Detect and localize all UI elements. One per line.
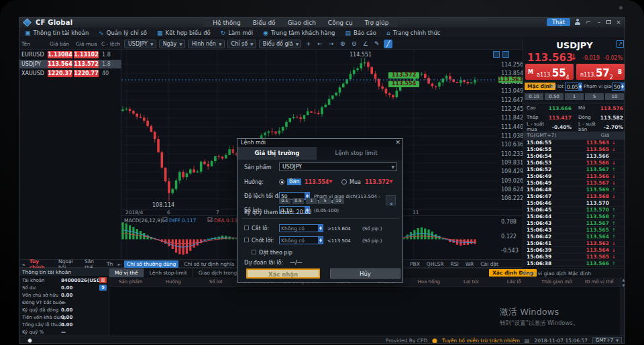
toolbar-item[interactable]: ▦Kết hợp biểu đồ xyxy=(157,30,211,36)
indicator-tab[interactable]: WR xyxy=(466,261,474,267)
lot-chip[interactable]: 0.50 xyxy=(545,93,564,100)
maximize-button[interactable] xyxy=(606,20,611,24)
lot-stepper[interactable]: 0.05 xyxy=(565,83,582,91)
take-profit-select[interactable]: Không có xyxy=(279,236,323,244)
watchlist-tab[interactable]: Th xyxy=(107,261,113,267)
menu-item[interactable]: Hệ thống xyxy=(213,19,240,26)
account-mode-badge[interactable]: Thật xyxy=(547,18,570,26)
user-icon[interactable] xyxy=(574,19,581,26)
timezone-select[interactable]: GMT+7▼ xyxy=(592,337,622,344)
pencil-draw-icon[interactable]: ✎ xyxy=(372,40,381,48)
positions-scrollbar[interactable]: ▲▼ xyxy=(621,277,625,336)
disclaimer-link[interactable]: Tuyên bố miễn trừ trách nhiệm xyxy=(442,338,520,344)
account-panel: Thông tin tài khoản Tài khoản84000026(US… xyxy=(19,268,109,336)
chart-dropdown[interactable]: Biểu đồ giá▼ xyxy=(259,40,302,48)
time-and-sales[interactable]: 15:06:55113.563↓15:06:55113.565↓15:06:54… xyxy=(523,140,625,267)
lot-chip[interactable]: 10 xyxy=(605,93,624,100)
popout-icon[interactable]: ⌐ xyxy=(585,18,592,26)
col-name: Tên xyxy=(21,41,30,47)
bid-cell[interactable]: 1.13084 xyxy=(48,51,72,58)
margin-hint: Ký quỹ tham khảo: 20.00 xyxy=(244,209,311,215)
price-down-arrow-icon: ↓ xyxy=(570,52,577,62)
zoom-in-icon[interactable]: ⊕ xyxy=(338,40,347,48)
dollar-icon[interactable]: $ xyxy=(99,285,107,291)
dialog-lot-chip[interactable]: 1 xyxy=(306,198,317,204)
menu-item[interactable]: Công cụ xyxy=(328,19,353,26)
lot-chip[interactable]: 0.10 xyxy=(525,93,543,100)
pane-layout-icon[interactable] xyxy=(493,51,500,58)
dialog-lot-chip[interactable]: 0.5 xyxy=(292,198,304,204)
positions-tab[interactable]: Mở vị thế xyxy=(109,268,144,277)
sell-button[interactable]: M a113.554 xyxy=(525,64,574,80)
take-profit-checkbox[interactable] xyxy=(244,238,249,242)
scroll-left-icon[interactable]: ◄ xyxy=(21,262,25,266)
buy-button[interactable]: n113.572 B xyxy=(576,64,625,80)
watchlist-row[interactable]: EURUSD1.130841.131021.8 xyxy=(19,50,121,59)
arrow-right-icon[interactable]: → xyxy=(327,40,335,48)
toolbar-item[interactable]: ∿Quản lý chỉ số xyxy=(99,30,147,36)
chevron-down-icon: ▼ xyxy=(219,40,222,48)
tick-time: 15:06:49 xyxy=(523,180,562,186)
stat-label: L - suất mua xyxy=(527,121,552,132)
watchlist-row[interactable]: USDJPY113.564113.5721.8 xyxy=(19,60,121,68)
minimize-button[interactable]: – xyxy=(596,18,602,26)
svg-text:108.114: 108.114 xyxy=(152,202,174,208)
stop-loss-checkbox[interactable] xyxy=(244,226,249,230)
menu-item[interactable]: Giao dịch xyxy=(288,19,316,26)
ask-cell[interactable]: 1.13102 xyxy=(74,51,99,58)
chart-dropdown[interactable]: Hình nền▼ xyxy=(188,40,225,48)
lot-chip[interactable]: 1 xyxy=(565,93,584,100)
toolbar-item[interactable]: ◉Trung tâm khách hàng xyxy=(263,30,335,36)
wallet-icon[interactable]: ▥ xyxy=(99,277,107,283)
toolbar-item[interactable]: ▣Thông tin tài khoản xyxy=(25,30,89,36)
collapse-button[interactable]: » xyxy=(386,195,396,205)
dialog-lot-chip[interactable]: 5 xyxy=(319,198,331,204)
symbol-select[interactable]: USDJPY▼ xyxy=(124,40,156,48)
tick-price: 113.565 xyxy=(562,146,609,152)
toolbar-item[interactable]: ⌂Trang chính thức xyxy=(386,30,441,36)
menu-item[interactable]: Trợ giúp xyxy=(365,19,389,26)
chart-dropdown[interactable]: Ngày▼ xyxy=(159,40,185,48)
indicator-tab[interactable]: PBX xyxy=(410,261,420,267)
arrow-left-icon[interactable]: ← xyxy=(315,40,324,48)
scroll-right-icon[interactable]: ► xyxy=(117,262,121,266)
range-stepper[interactable]: 50 xyxy=(612,83,625,91)
indicator-tab[interactable]: RSI xyxy=(451,261,459,267)
positions-table-body[interactable] xyxy=(109,287,621,336)
brush-icon[interactable]: ╱ xyxy=(384,40,392,48)
dialog-lot-chip[interactable]: 0.1 xyxy=(279,198,290,204)
ask-cell[interactable]: 1220.77 xyxy=(74,70,99,77)
toolbar-item[interactable]: ▤Báo cáo xyxy=(345,30,376,36)
confirm-button[interactable]: Xác nhận xyxy=(246,268,320,279)
watchlist-row[interactable]: XAUUSD1220.371220.7740 xyxy=(19,69,121,78)
dialog-tab[interactable]: Lệnh stop limit xyxy=(317,147,396,160)
angle-measure-icon[interactable]: ∠ xyxy=(361,40,370,48)
close-button[interactable]: × xyxy=(615,18,622,26)
pip-mode-checkbox[interactable] xyxy=(252,250,256,254)
indicator-tab[interactable]: Chỉ số tự định nghĩa xyxy=(184,261,234,267)
zoom-out-icon[interactable]: ⊖ xyxy=(350,40,358,48)
crosshair-icon[interactable]: + xyxy=(304,40,313,48)
cancel-button[interactable]: Hủy xyxy=(330,268,400,279)
expand-icon[interactable]: ↗ xyxy=(616,40,624,48)
positions-tab[interactable]: Lệnh stop-limit xyxy=(144,268,193,277)
indicator-tab[interactable]: QHLSR xyxy=(427,261,444,267)
quote-symbol: USDJPY xyxy=(523,40,625,50)
product-select[interactable]: USDJPY▼ xyxy=(279,162,397,171)
ask-cell[interactable]: 113.572 xyxy=(74,60,99,68)
pane-layout-icon[interactable] xyxy=(502,51,509,58)
lot-chip[interactable]: 5 xyxy=(585,93,604,100)
dialog-close-icon[interactable]: ✕ xyxy=(395,139,400,146)
indicator-tab[interactable]: Chỉ số thường dùng xyxy=(124,260,178,268)
dialog-lot-chip[interactable]: 10 xyxy=(333,198,344,204)
bid-cell[interactable]: 113.564 xyxy=(48,60,72,68)
indicator-tab[interactable]: Cài đặt xyxy=(480,261,498,267)
toolbar-item[interactable]: ↻Làm mới xyxy=(221,30,253,36)
dialog-tab[interactable]: Giá thị trường xyxy=(237,147,317,160)
deviation-label: Độ lệch tối đa xyxy=(244,193,282,199)
menu-item[interactable]: Biểu đồ xyxy=(253,19,276,26)
account-row-value: — xyxy=(61,330,66,335)
stop-loss-select[interactable]: Không có xyxy=(279,224,323,232)
bid-cell[interactable]: 1220.37 xyxy=(48,70,72,77)
chart-dropdown[interactable]: Chỉ số▼ xyxy=(227,40,256,48)
